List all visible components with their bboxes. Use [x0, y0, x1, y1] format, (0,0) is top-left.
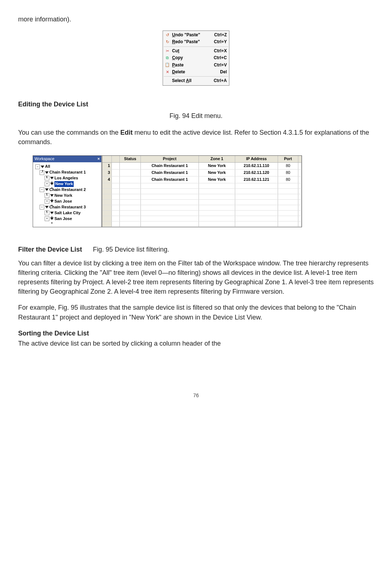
table-row[interactable]: 1Chain Restaurant 1New York210.62.11.110… [102, 163, 302, 170]
filter-icon [50, 217, 54, 220]
menu-shortcut: Ctrl+V [214, 62, 227, 68]
device-grid: Status Project Zone 1 IP Address Port 1C… [102, 156, 302, 227]
menu-shortcut: Ctrl+C [214, 55, 227, 61]
redo-icon: ↻ [164, 40, 170, 45]
col-flag[interactable] [112, 156, 120, 162]
menu-item[interactable]: ✕DeleteDel [163, 69, 229, 76]
copy-icon: ⧉ [164, 56, 170, 61]
col-rownum[interactable] [102, 156, 112, 162]
menu-label: Delete [172, 69, 220, 75]
tree-label: San Jose [54, 216, 72, 222]
expand-icon[interactable]: + [45, 182, 49, 186]
undo-icon: ↺ [164, 33, 170, 38]
expand-icon[interactable]: − [35, 164, 40, 169]
tree-label: Chain Restaurant 3 [49, 204, 86, 210]
menu-label: Undo "Paste" [172, 32, 214, 38]
tree-label: New York [54, 193, 72, 199]
tree-label: Chain Restaurant 2 [49, 187, 86, 193]
heading-filter: Filter the Device List [18, 245, 82, 254]
tree-item[interactable]: +New York [34, 181, 101, 187]
menu-item[interactable]: ⧉CopyCtrl+C [163, 54, 229, 61]
tree-label: New York [54, 181, 74, 187]
delete-icon: ✕ [164, 70, 170, 75]
filter-icon [45, 188, 49, 191]
filter-tree[interactable]: −All−Chain Restaurant 1+Los Angeles+New … [33, 162, 101, 226]
menu-shortcut: Ctrl+Y [214, 39, 227, 45]
menu-item[interactable]: ↻Redo "Paste"Ctrl+Y [163, 38, 229, 45]
close-icon[interactable]: × [98, 156, 100, 162]
cut-icon: ✂ [164, 49, 170, 54]
tree-item[interactable]: −All [34, 164, 101, 170]
workspace-panel: Workspace × −All−Chain Restaurant 1+Los … [33, 156, 102, 227]
col-project[interactable]: Project [141, 156, 199, 162]
tree-item[interactable]: +Salt Lake City [34, 210, 101, 216]
tree-item[interactable]: +New York [34, 193, 101, 199]
page-number: 76 [18, 392, 374, 399]
filter-icon [50, 177, 54, 179]
para-sorting: The active device list can be sorted by … [18, 339, 374, 348]
col-ip[interactable]: IP Address [235, 156, 278, 162]
tree-label: Salt Lake City [54, 210, 81, 216]
table-row[interactable] [102, 205, 302, 211]
col-status[interactable]: Status [120, 156, 141, 162]
workspace-title-bar: Workspace × [33, 156, 101, 162]
menu-item[interactable]: ↺Undo "Paste"Ctrl+Z [163, 32, 229, 38]
device-list-figure: Workspace × −All−Chain Restaurant 1+Los … [33, 155, 302, 227]
tree-label: San Jose [54, 199, 72, 204]
menu-item[interactable]: Select AllCtrl+A [163, 77, 229, 84]
expand-icon[interactable]: − [40, 205, 44, 209]
heading-editing: Editing the Device List [18, 99, 88, 109]
table-row[interactable] [102, 189, 302, 194]
table-row[interactable] [102, 183, 302, 189]
para-filter-explain: You can filter a device list by clicking… [18, 258, 374, 296]
expand-icon[interactable]: + [45, 199, 49, 204]
filter-icon [50, 183, 54, 185]
tree-label: All [45, 164, 50, 170]
expand-icon[interactable]: − [40, 187, 44, 192]
tree-label: Los Angeles [54, 175, 78, 181]
col-tail [298, 156, 302, 162]
para-filter-example: For example, Fig. 95 illustrates that th… [18, 303, 374, 322]
filter-icon [50, 194, 54, 197]
menu-label: Select All [172, 78, 214, 84]
grid-header[interactable]: Status Project Zone 1 IP Address Port [102, 156, 302, 163]
table-row[interactable] [102, 194, 302, 200]
tree-item[interactable]: +San Jose [34, 199, 101, 204]
paste-icon: 📋 [164, 62, 170, 68]
col-port[interactable]: Port [278, 156, 298, 162]
menu-label: Paste [172, 62, 214, 68]
heading-sorting: Sorting the Device List [18, 329, 374, 338]
table-row[interactable]: 3Chain Restaurant 1New York210.62.11.120… [102, 170, 302, 176]
tree-item[interactable]: +San Jose [34, 216, 101, 222]
filter-icon [45, 171, 49, 174]
blank-icon [164, 78, 170, 84]
caption-fig95: Fig. 95 Device list filtering. [93, 245, 169, 254]
table-row[interactable]: 4Chain Restaurant 1New York210.62.11.121… [102, 176, 302, 183]
edit-menu[interactable]: ↺Undo "Paste"Ctrl+Z↻Redo "Paste"Ctrl+Y✂C… [163, 30, 229, 86]
table-row[interactable] [102, 211, 302, 216]
menu-shortcut: Ctrl+Z [214, 32, 227, 38]
col-zone[interactable]: Zone 1 [199, 156, 235, 162]
tree-label: Chain Restaurant 1 [49, 170, 86, 175]
table-row[interactable] [102, 221, 302, 227]
table-row[interactable] [102, 200, 302, 205]
menu-label: Cut [172, 48, 214, 54]
tree-item[interactable]: −Chain Restaurant 2 [34, 187, 101, 193]
tree-item[interactable]: +Los Angeles [34, 175, 101, 181]
filter-icon [50, 212, 54, 214]
intro-text: more information). [18, 15, 374, 24]
expand-icon[interactable]: + [45, 216, 49, 221]
menu-shortcut: Ctrl+X [214, 48, 227, 54]
caption-fig94: Fig. 94 Edit menu. [18, 111, 374, 121]
menu-shortcut: Ctrl+A [214, 78, 227, 84]
filter-icon [45, 206, 49, 208]
menu-item[interactable]: 📋PasteCtrl+V [163, 62, 229, 69]
para-edit-explain: You can use the commands on the Edit men… [18, 128, 374, 147]
tree-item[interactable]: −Chain Restaurant 1 [34, 170, 101, 175]
menu-item[interactable]: ✂CutCtrl+X [163, 48, 229, 54]
menu-label: Redo "Paste" [172, 39, 214, 45]
table-row[interactable] [102, 216, 302, 221]
tree-item[interactable]: −Chain Restaurant 3 [34, 204, 101, 210]
workspace-title: Workspace [34, 156, 54, 162]
filter-icon [50, 200, 54, 203]
